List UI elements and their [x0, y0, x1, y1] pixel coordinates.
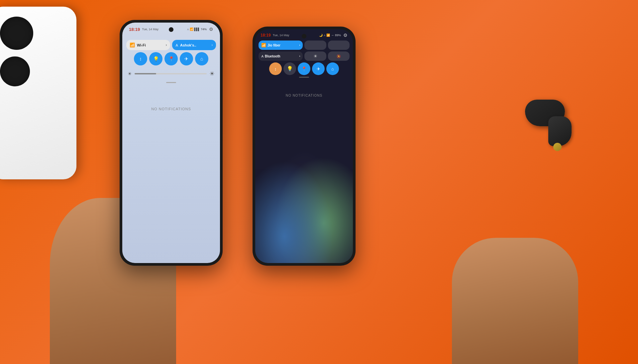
phone2-status-icons: 🌙 ⟑ 📶 → 89% ⚙: [319, 33, 348, 38]
partial-white-phone: [0, 7, 76, 179]
right-hand: [452, 238, 578, 364]
phone1-wifi-arrow: ›: [166, 43, 167, 47]
phone1-no-notifications: NO NOTIFICATIONS: [122, 107, 220, 111]
phone1-toggles-row: 📶 Wi-Fi › ⟑ Ashok's.. ›: [126, 40, 216, 50]
phone1-brightness-fill: [135, 73, 156, 74]
phone2-row2: ⟑ Bluetooth › ☀ 🔕: [259, 51, 350, 61]
phone1-notch: [169, 27, 173, 32]
phone2-location-btn[interactable]: 📍: [298, 62, 310, 75]
phone1-screen-content: 18:19 Tue, 14 May ⟑ 📶 ▌▌▌ 74% ⚙ 📶: [122, 23, 220, 263]
phone2-date-short: Tue, 14 May: [273, 34, 289, 37]
phone2-gear-icon[interactable]: ⚙: [343, 33, 348, 38]
phone2-brightness-btn[interactable]: ☀: [304, 51, 326, 61]
earbud-tip: [553, 143, 562, 151]
phone2-battery-text: 89%: [335, 34, 341, 37]
phone2-no-notifications: NO NOTIFICATIONS: [255, 94, 353, 97]
phone1-wifi-toggle[interactable]: 📶 Wi-Fi ›: [126, 40, 170, 50]
phone2-brightness-icon: ☀: [313, 53, 318, 59]
phone1-actions: ↕ 💡 📍 ✈ ⌂: [126, 52, 216, 65]
phone2-time: 18:19: [261, 33, 271, 38]
phone2-home-btn[interactable]: ⌂: [326, 62, 339, 75]
phone2-airplane-btn[interactable]: ✈: [312, 62, 325, 75]
phone1-brightness-track[interactable]: [135, 73, 207, 74]
phone2-wifi-icon: 📶: [261, 43, 266, 47]
phone1-qs-panel: 📶 Wi-Fi › ⟑ Ashok's.. › ↕ 💡 📍: [122, 37, 220, 87]
phone1-location-btn[interactable]: 📍: [164, 52, 178, 65]
phone1-wifi-label: Wi-Fi: [137, 43, 146, 47]
earbuds-container: [525, 100, 578, 166]
phone1-status-icons: ⟑ 📶 ▌▌▌ 74% ⚙: [187, 27, 213, 32]
earbud-case: [525, 100, 565, 126]
phone2-wifi-arrow: ›: [299, 44, 300, 47]
phone2-bt-status-icon: ⟑: [324, 34, 325, 37]
phone1-bt-arrow: ›: [212, 43, 213, 47]
phone1-bt-icon: ⟑: [187, 28, 189, 31]
phone2-screen: 18:19 Tue, 14 May 🌙 ⟑ 📶 → 89% ⚙ 📶: [255, 29, 353, 263]
phone1-bt-label: Ashok's..: [180, 43, 196, 47]
phone1-wifi-icon: 📶: [130, 43, 135, 47]
phone2-bt-icon: ⟑: [261, 54, 264, 58]
phone2-moon-icon: 🌙: [319, 34, 323, 37]
phone2-dark-tile1: [304, 41, 326, 50]
phone1-bt-icon-toggle: ⟑: [175, 43, 178, 47]
phone2-wifi-status-icon: 📶: [326, 34, 330, 37]
phone2-row1: 📶 Jio fiber ›: [259, 41, 350, 50]
phone2-actions: ↕ 💡 📍 ✈ ⌂: [259, 62, 350, 75]
phone1-scroll-indicator: [166, 82, 176, 83]
phone1-brightness-low-icon: ☀: [128, 71, 132, 76]
phone1-flashlight-btn[interactable]: 💡: [149, 52, 162, 65]
phone2-bt-label: Bluetooth: [265, 54, 280, 58]
phone2-qs-panel: 📶 Jio fiber › ⟑ Bluetooth › ☀: [255, 39, 353, 80]
phone2-screen-content: 18:19 Tue, 14 May 🌙 ⟑ 📶 → 89% ⚙ 📶: [255, 29, 353, 263]
phone1-brightness-high-icon: ☀: [209, 70, 215, 77]
phone2-mute-icon: 🔕: [337, 54, 341, 58]
phone2-dark-tile2: [328, 41, 350, 50]
phone2-wifi-label: Jio fiber: [267, 44, 280, 47]
phone2: 18:19 Tue, 14 May 🌙 ⟑ 📶 → 89% ⚙ 📶: [253, 27, 356, 266]
phone2-mute-btn[interactable]: 🔕: [328, 51, 350, 61]
phone2-arrow-icon: →: [331, 34, 334, 37]
phone2-bt-toggle[interactable]: ⟑ Bluetooth ›: [259, 51, 303, 61]
phone2-wifi-toggle[interactable]: 📶 Jio fiber ›: [259, 41, 303, 50]
phone1-screen: 18:19 Tue, 14 May ⟑ 📶 ▌▌▌ 74% ⚙ 📶: [122, 23, 220, 263]
phone1-date-short: Tue, 14 May: [142, 28, 159, 31]
phone1-wifi-status-icon: 📶: [190, 28, 193, 31]
phone1-sound-btn[interactable]: ↕: [134, 52, 147, 65]
phone1-gear-icon[interactable]: ⚙: [209, 27, 213, 32]
phone2-bt-arrow: ›: [299, 54, 300, 58]
phone1-time: 18:19: [129, 27, 140, 32]
phone2-scroll-indicator: [299, 77, 309, 78]
phone2-notch: [302, 34, 306, 39]
phone2-sound-btn[interactable]: ↕: [269, 62, 282, 75]
phone1-bt-toggle[interactable]: ⟑ Ashok's.. ›: [172, 40, 216, 50]
phone1-battery-text: 74%: [201, 28, 207, 31]
phone1-airplane-btn[interactable]: ✈: [180, 52, 193, 65]
phone1-brightness-slider[interactable]: ☀ ☀: [126, 68, 216, 79]
phone1-home-btn[interactable]: ⌂: [195, 52, 208, 65]
phone1-signal-icon: ▌▌▌: [194, 28, 200, 31]
phone1: 18:19 Tue, 14 May ⟑ 📶 ▌▌▌ 74% ⚙ 📶: [120, 20, 223, 266]
earbud-right: [548, 116, 572, 146]
phone2-flashlight-btn[interactable]: 💡: [283, 62, 296, 75]
